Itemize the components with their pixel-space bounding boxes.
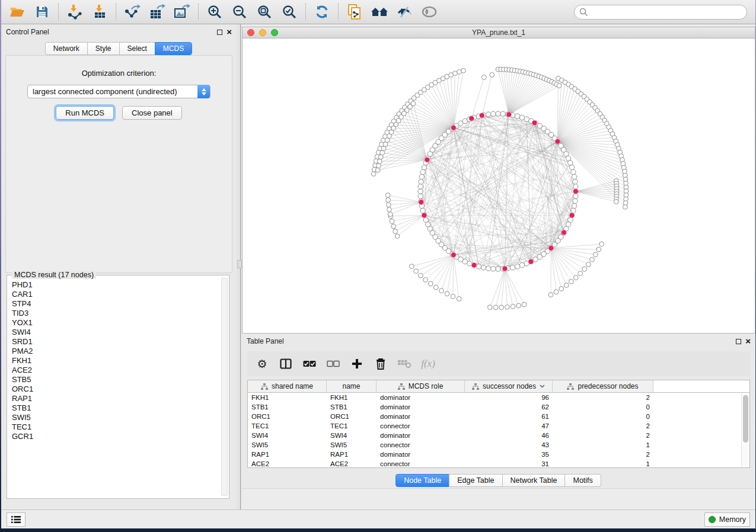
tab-edge-table[interactable]: Edge Table [449,474,502,487]
delete-table-button[interactable] [395,355,413,373]
column-header-name[interactable]: name [327,380,377,392]
export-table-button[interactable] [145,2,170,22]
table-row[interactable]: RAP1RAP1dominator352 [248,450,749,459]
zoom-in-button[interactable] [202,2,227,22]
close-panel-icon[interactable]: × [745,338,751,344]
table-cell: 1 [553,441,653,448]
tab-network[interactable]: Network [45,42,88,55]
network-from-selection-button[interactable] [342,2,367,22]
mcds-result-item[interactable]: ORC1 [11,384,221,394]
mcds-result-item[interactable]: TEC1 [11,422,221,432]
table-row[interactable]: FKH1FKH1dominator962 [248,393,749,402]
mcds-result-item[interactable]: PMA2 [11,347,221,356]
houses-icon [371,5,388,19]
tab-motifs[interactable]: Motifs [564,474,601,487]
task-history-button[interactable] [7,512,25,527]
mcds-result-item[interactable]: RAP1 [11,394,221,403]
show-columns-button[interactable] [277,355,295,373]
mcds-panel: Optimization criterion: largest connecte… [5,55,232,273]
tab-select[interactable]: Select [119,42,155,55]
table-row[interactable]: STB1STB1dominator620 [248,402,749,412]
delete-column-button[interactable] [372,355,390,373]
column-header-filler [653,380,749,392]
apply-layout-button[interactable] [310,2,334,22]
unselect-all-columns-button[interactable] [324,355,342,373]
toolbar-separator [305,4,306,20]
zoom-fit-button[interactable] [252,2,277,22]
table-vertical-scrollbar[interactable] [741,393,749,467]
mcds-result-list: PHD1CAR1STP4TID3YOX1SWI4SRD1PMA2FKH1ACE2… [11,280,221,496]
import-table-button[interactable] [87,2,112,22]
tab-node-table[interactable]: Node Table [395,474,449,487]
mcds-result-item[interactable]: SWI4 [11,328,221,337]
column-header-predecessor-nodes[interactable]: predecessor nodes [553,380,653,392]
control-panel-header: Control Panel × [1,24,237,40]
graphics-details-button[interactable] [392,2,417,22]
refresh-icon [314,4,330,20]
zoom-selected-button[interactable] [277,2,302,22]
mcds-result-item[interactable]: CAR1 [11,290,221,299]
table-row[interactable]: ACE2ACE2connector311 [248,459,749,468]
column-type-icon [261,383,268,390]
mcds-result-item[interactable]: TID3 [11,309,221,318]
network-canvas[interactable] [242,39,755,334]
mcds-result-item[interactable]: STB5 [11,375,221,384]
zoom-out-button[interactable] [227,2,252,22]
mcds-result-group: MCDS result (17 nodes) PHD1CAR1STP4TID3Y… [7,275,229,499]
mcds-result-item[interactable]: GCR1 [11,432,221,441]
control-panel-tabs: NetworkStyleSelectMCDS [1,42,237,55]
splitter-grip[interactable] [237,260,242,268]
export-image-button[interactable] [170,2,194,22]
run-mcds-button[interactable]: Run MCDS [56,106,114,120]
optimization-criterion-select[interactable]: largest connected component (undirected) [27,85,210,98]
create-column-button[interactable] [348,355,366,373]
table-cell: dominator [377,432,465,439]
search-input[interactable] [588,8,742,16]
import-network-button[interactable] [62,2,87,22]
mcds-result-item[interactable]: PHD1 [11,280,221,290]
table-row[interactable]: ORC1ORC1dominator610 [248,412,749,421]
float-panel-icon[interactable] [736,339,741,344]
hide-selected-button[interactable] [417,2,442,22]
panel-splitter[interactable] [237,24,242,509]
mcds-list-scrollbar[interactable] [221,278,228,496]
table-cell: 0 [553,413,653,420]
export-network-button[interactable] [120,2,145,22]
gear-icon: ⚙ [257,357,267,371]
column-header-successor-nodes[interactable]: successor nodes [465,380,553,392]
mcds-result-item[interactable]: STB1 [11,403,221,413]
export-image-icon [174,4,190,20]
search-box[interactable] [574,5,747,20]
tab-network-table[interactable]: Network Table [502,474,566,487]
column-header-shared-name[interactable]: shared name [248,380,327,392]
mcds-result-item[interactable]: STP4 [11,299,221,309]
table-row[interactable]: SWI5SWI5connector431 [248,440,749,450]
scrollbar-thumb[interactable] [743,395,748,443]
toolbar-separator [198,4,199,20]
memory-button[interactable]: Memory [704,512,750,527]
mcds-result-item[interactable]: FKH1 [11,356,221,366]
mcds-result-item[interactable]: YOX1 [11,318,221,328]
close-panel-icon[interactable]: × [227,29,232,35]
save-floppy-icon [35,5,49,19]
mcds-result-item[interactable]: ACE2 [11,366,221,375]
function-builder-button[interactable]: f(x) [419,355,437,373]
table-options-button[interactable]: ⚙ [253,355,271,373]
export-network-icon [124,4,141,20]
table-row[interactable]: TEC1TEC1connector472 [248,421,749,431]
table-toolbar: ⚙ [247,351,750,376]
table-row[interactable]: SWI4SWI4dominator462 [248,431,749,440]
export-table-icon [149,4,165,20]
network-title: YPA_prune.txt_1 [243,28,755,37]
first-neighbors-button[interactable] [367,2,392,22]
mcds-result-item[interactable]: SWI5 [11,413,221,422]
close-panel-button[interactable]: Close panel [122,106,182,120]
save-session-button[interactable] [30,2,55,22]
column-header-MCDS-role[interactable]: MCDS role [377,380,465,392]
open-session-button[interactable] [5,2,30,22]
select-all-columns-button[interactable] [301,355,318,373]
tab-style[interactable]: Style [87,42,120,55]
tab-mcds[interactable]: MCDS [155,42,192,55]
float-panel-icon[interactable] [217,30,222,35]
mcds-result-item[interactable]: SRD1 [11,337,221,347]
